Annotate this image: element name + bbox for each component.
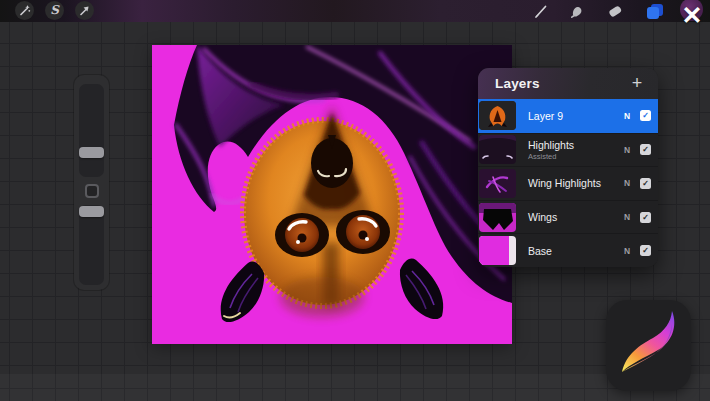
cursor-arrow-icon (78, 4, 91, 17)
eraser-icon (607, 3, 623, 19)
bat-artwork (152, 45, 512, 344)
blend-mode-button[interactable]: N (620, 178, 634, 188)
paintbrush-icon (533, 4, 548, 19)
layer-visibility-checkbox[interactable]: ✓ (640, 245, 651, 256)
layer-row-layer-9[interactable]: Layer 9 N ✓ (478, 99, 658, 133)
procreate-brush-stroke-icon (606, 300, 691, 391)
layer-visibility-checkbox[interactable]: ✓ (640, 212, 651, 223)
procreate-window: S (0, 0, 710, 401)
transform-button[interactable] (75, 1, 94, 20)
opacity-slider[interactable] (79, 205, 104, 285)
brush-size-slider[interactable] (79, 84, 104, 177)
layer-thumbnail[interactable] (479, 135, 516, 164)
layer-visibility-checkbox[interactable]: ✓ (640, 178, 651, 189)
brush-button[interactable] (530, 1, 550, 21)
layer-visibility-checkbox[interactable]: ✓ (640, 144, 651, 155)
add-layer-button[interactable]: + (626, 72, 648, 94)
purple-strokes-thumb (479, 169, 516, 198)
blend-mode-button[interactable]: N (620, 145, 634, 155)
adjustments-button[interactable] (15, 1, 34, 20)
layers-panel: Layers + Layer 9 N ✓ (478, 68, 658, 267)
blend-mode-button[interactable]: N (620, 246, 634, 256)
layer-name: Base (528, 245, 620, 257)
layers-panel-header: Layers + (478, 68, 658, 99)
opacity-handle[interactable] (79, 206, 104, 217)
selection-button[interactable]: S (45, 1, 64, 20)
black-wings-thumb (479, 203, 516, 232)
layer-thumbnail[interactable] (479, 203, 516, 232)
layer-row-highlights[interactable]: Highlights Assisted N ✓ (478, 133, 658, 167)
layer-row-wing-highlights[interactable]: Wing Highlights N ✓ (478, 166, 658, 200)
layer-visibility-checkbox[interactable]: ✓ (640, 110, 651, 121)
magenta-fill-thumb (479, 236, 516, 265)
drawing-canvas[interactable] (152, 45, 512, 344)
layers-list: Layer 9 N ✓ Highlights Assisted (478, 99, 658, 267)
top-toolbar: S (0, 0, 710, 22)
stacked-squares-icon (646, 3, 664, 20)
brush-size-handle[interactable] (79, 147, 104, 158)
blend-mode-button[interactable]: N (620, 111, 634, 121)
magic-wand-icon (18, 4, 31, 17)
layers-button[interactable] (645, 1, 665, 21)
smudge-finger-icon (569, 3, 585, 19)
erase-button[interactable] (605, 1, 625, 21)
bat-head-thumb (479, 101, 516, 130)
layer-name: Highlights (528, 139, 620, 151)
layer-row-wings[interactable]: Wings N ✓ (478, 200, 658, 234)
selection-s-icon: S (50, 4, 59, 16)
layers-title: Layers (495, 76, 540, 91)
layer-name: Layer 9 (528, 110, 620, 122)
blend-mode-button[interactable]: N (620, 212, 634, 222)
smudge-button[interactable] (567, 1, 587, 21)
layer-thumbnail[interactable] (479, 101, 516, 130)
close-button[interactable]: ✕ (678, 1, 706, 29)
procreate-logo (606, 300, 691, 391)
layer-thumbnail[interactable] (479, 169, 516, 198)
layer-name: Wing Highlights (528, 177, 620, 189)
workspace-bottom-strip (0, 374, 710, 401)
layer-row-base[interactable]: Base N ✓ (478, 233, 658, 267)
eye-highlights-thumb (479, 135, 516, 164)
layer-thumbnail[interactable] (479, 236, 516, 265)
brush-sidebar (74, 75, 109, 290)
layer-subtitle: Assisted (528, 152, 620, 161)
layer-name: Wings (528, 211, 620, 223)
modify-button[interactable] (85, 184, 99, 198)
